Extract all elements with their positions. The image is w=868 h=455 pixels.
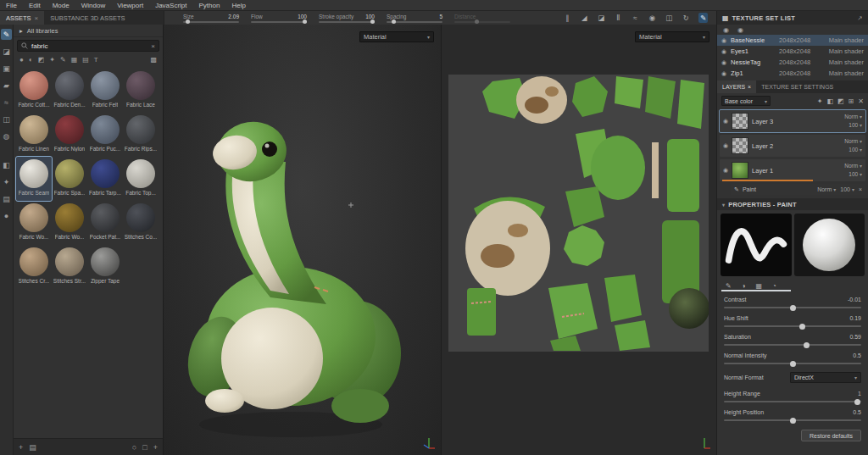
- projection-tool[interactable]: ▣: [1, 63, 12, 74]
- remove-paint-icon[interactable]: ×: [859, 186, 862, 192]
- thumbnail-circle-view-icon[interactable]: ○: [132, 443, 136, 452]
- tab-layers[interactable]: LAYERS ×: [717, 80, 756, 93]
- close-tab-icon[interactable]: ×: [748, 84, 751, 90]
- slider-value[interactable]: 1: [858, 391, 861, 397]
- textures-filter-icon[interactable]: ▤: [82, 56, 89, 64]
- slider[interactable]: Saturation 0.59: [724, 334, 861, 346]
- fonts-filter-icon[interactable]: T: [94, 56, 98, 64]
- slider[interactable]: Height Position 0.5: [724, 409, 861, 421]
- material-item[interactable]: Fabric Nylon: [52, 113, 87, 157]
- slider-knob[interactable]: [854, 399, 860, 405]
- rotate-view-icon[interactable]: ↻: [682, 13, 691, 23]
- paint-blend-dropdown[interactable]: Norm ▾: [817, 186, 836, 192]
- slider-knob[interactable]: [186, 19, 190, 24]
- falloff-icon[interactable]: ◢: [580, 13, 589, 23]
- parameter-value[interactable]: 2.09: [228, 14, 239, 19]
- slider[interactable]: Height Range 1: [724, 391, 861, 402]
- texture-set-shader-link[interactable]: Main shader: [829, 36, 864, 44]
- alignment-icon[interactable]: ∥: [563, 13, 572, 23]
- tab-assets[interactable]: ASSETS ×: [0, 11, 44, 25]
- slider-knob[interactable]: [799, 324, 805, 330]
- delete-layer-icon[interactable]: ✕: [858, 97, 864, 105]
- parameter-slider[interactable]: [387, 21, 442, 23]
- slider-track[interactable]: [724, 419, 861, 421]
- library-view-icon[interactable]: ▤: [29, 443, 36, 452]
- slider-track[interactable]: [724, 401, 861, 402]
- brush-tab-icon[interactable]: ✎: [726, 282, 732, 290]
- grid-view-icon[interactable]: ▩: [150, 56, 157, 64]
- material-item[interactable]: Fabric Tarp...: [87, 157, 123, 201]
- close-tab-icon[interactable]: ×: [35, 14, 39, 22]
- slider[interactable]: Hue Shift 0.19: [724, 315, 861, 327]
- camera-icon[interactable]: ◉: [648, 13, 657, 23]
- paint-effect-row[interactable]: ✎ Paint Norm ▾ 100 ▾ ×: [731, 184, 865, 195]
- smudge-tool[interactable]: ≈: [1, 97, 12, 108]
- brush-parameter[interactable]: Flow 100: [251, 14, 307, 23]
- material-item[interactable]: Fabric Wo...: [52, 201, 87, 245]
- visibility-all-eye-icon[interactable]: ◉: [723, 26, 729, 34]
- material-item[interactable]: Pocket Pat...: [87, 201, 123, 245]
- slider-knob[interactable]: [392, 19, 396, 24]
- layer-visibility-eye-icon[interactable]: ◉: [723, 167, 728, 174]
- material-item[interactable]: Fabric Seam: [16, 157, 52, 201]
- blend-mode-dropdown[interactable]: Norm ▾: [844, 113, 862, 121]
- paint-opacity-dropdown[interactable]: 100 ▾: [840, 186, 854, 192]
- material-item[interactable]: Stitches Cr...: [16, 245, 52, 289]
- material-item[interactable]: Fabric Lace: [123, 69, 159, 113]
- visibility-solo-eye-icon[interactable]: ◉: [737, 26, 743, 34]
- material-item[interactable]: Fabric Puc...: [87, 113, 123, 157]
- import-resources-icon[interactable]: +: [19, 443, 23, 452]
- opacity-dropdown[interactable]: 100 ▾: [849, 170, 862, 179]
- clear-search-icon[interactable]: ×: [151, 42, 155, 50]
- menu-item[interactable]: File: [0, 0, 23, 11]
- material-sphere-preview[interactable]: [794, 214, 865, 276]
- properties-header[interactable]: ▾ PROPERTIES - PAINT: [717, 198, 868, 210]
- slider-knob[interactable]: [475, 19, 479, 24]
- smart-materials-filter-icon[interactable]: ◐: [29, 56, 33, 64]
- layer-visibility-eye-icon[interactable]: ◉: [723, 142, 728, 149]
- eraser-tool[interactable]: ◪: [1, 46, 12, 57]
- shader-material-dropdown-2d[interactable]: Material ▾: [635, 31, 709, 42]
- slider-value[interactable]: 0.5: [853, 409, 861, 415]
- slider-knob[interactable]: [790, 305, 796, 311]
- slider-knob[interactable]: [804, 342, 810, 348]
- slider-value[interactable]: 0.19: [849, 315, 861, 321]
- effects-tool[interactable]: ✦: [1, 176, 12, 187]
- add-effect-icon[interactable]: ✦: [817, 97, 823, 105]
- parameter-slider[interactable]: [319, 21, 375, 23]
- viewport-2d[interactable]: Material ▾: [441, 25, 716, 455]
- parameter-slider[interactable]: [183, 21, 239, 23]
- brush-parameter[interactable]: Spacing 5: [387, 14, 442, 23]
- brush-stroke-preview[interactable]: [721, 214, 792, 276]
- brushes-filter-icon[interactable]: ✎: [60, 56, 66, 64]
- parameter-value[interactable]: 100: [365, 14, 375, 19]
- texture-set-row[interactable]: ◉ Zip1 2048x2048 Main shader: [717, 68, 868, 79]
- slider-value[interactable]: -0.01: [848, 297, 861, 302]
- opacity-dropdown[interactable]: 100 ▾: [849, 146, 862, 154]
- material-tab-icon[interactable]: ◔: [772, 282, 776, 290]
- clone-tool[interactable]: ◫: [1, 114, 12, 125]
- parameter-value[interactable]: 5: [439, 14, 442, 19]
- filters-filter-icon[interactable]: ✦: [49, 56, 55, 64]
- materials-filter-icon[interactable]: ●: [19, 56, 24, 64]
- layer-visibility-eye-icon[interactable]: ◉: [723, 118, 728, 125]
- slider-knob[interactable]: [790, 361, 796, 367]
- channel-dropdown[interactable]: Base color ▾: [721, 96, 771, 106]
- alphas-filter-icon[interactable]: ▦: [71, 56, 78, 64]
- slider-track[interactable]: [724, 307, 861, 308]
- material-item[interactable]: Fabric Rips...: [123, 113, 159, 157]
- slider-knob[interactable]: [790, 418, 796, 424]
- slider[interactable]: Contrast -0.01: [724, 297, 861, 308]
- slider-track[interactable]: [724, 363, 861, 364]
- parameter-slider[interactable]: [454, 21, 510, 23]
- layer-row[interactable]: ◉ Layer 3 Norm ▾ 100 ▾: [720, 110, 865, 132]
- parameter-value[interactable]: 100: [298, 14, 307, 19]
- material-item[interactable]: Fabric Den...: [52, 69, 87, 113]
- slider-knob[interactable]: [303, 19, 307, 24]
- thumbnail-square-view-icon[interactable]: □: [142, 443, 147, 452]
- slider-value[interactable]: 0.5: [853, 352, 861, 358]
- menu-item[interactable]: JavaScript: [149, 0, 192, 11]
- normal-format-dropdown[interactable]: DirectX ▾: [790, 372, 861, 383]
- shader-material-dropdown-3d[interactable]: Material ▾: [359, 31, 434, 42]
- slider-track[interactable]: [724, 325, 861, 327]
